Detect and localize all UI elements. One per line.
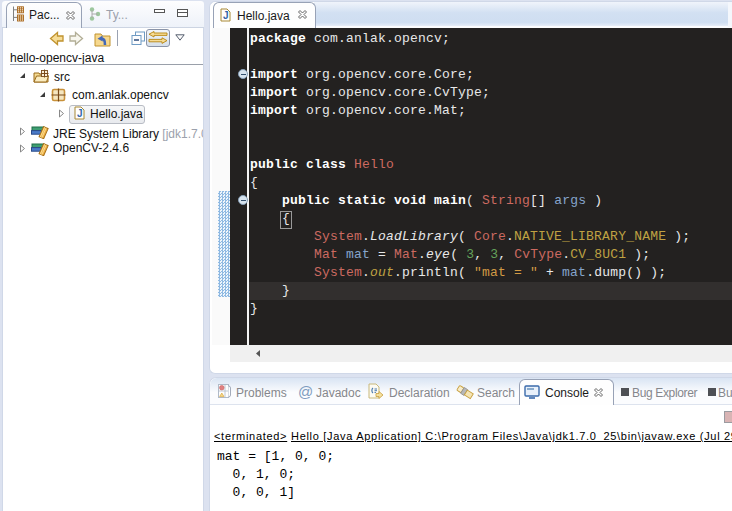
svg-text:J: J xyxy=(223,10,229,21)
svg-text:J: J xyxy=(77,108,83,119)
